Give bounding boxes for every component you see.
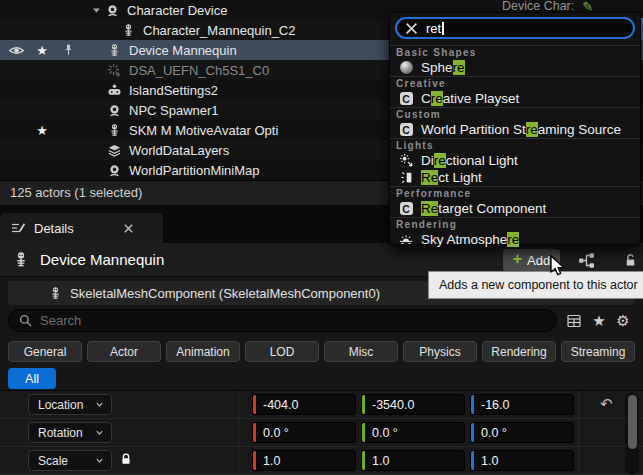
rotation-dropdown-button[interactable]: Rotation <box>28 422 112 443</box>
location-dropdown-button[interactable]: Location <box>28 394 112 415</box>
field-value: -3540.0 <box>372 398 414 412</box>
star-icon[interactable]: ★ <box>36 43 48 58</box>
row-gutter <box>0 80 80 100</box>
field-value: 0.0 ° <box>263 426 289 440</box>
eye-icon[interactable] <box>8 42 25 59</box>
device-icon <box>106 102 123 119</box>
details-search-bar[interactable] <box>8 309 557 332</box>
category-filter-row: GeneralActorAnimationLODMiscPhysicsRende… <box>8 341 635 362</box>
scale-dropdown-button[interactable]: Scale <box>28 450 112 471</box>
transform-label: Rotation <box>38 426 83 440</box>
chevron-down-icon[interactable] <box>88 2 104 18</box>
menu-item-sky-atmosphere[interactable]: Sky Atmosphere <box>390 231 640 248</box>
skeleton-icon <box>47 285 64 302</box>
row-gutter <box>0 140 80 160</box>
search-input[interactable] <box>40 313 520 328</box>
menu-item-creative-playset[interactable]: CCreative Playset <box>390 90 640 107</box>
component-search-value: ret <box>426 21 441 36</box>
gamepad-icon <box>106 82 123 99</box>
category-chip-streaming[interactable]: Streaming <box>561 341 635 362</box>
menu-item-label: Directional Light <box>421 153 518 168</box>
menu-item-retarget-component[interactable]: CRetarget Component <box>390 200 640 217</box>
sparkle-icon <box>106 62 123 79</box>
menu-item-world-partition-streaming-source[interactable]: CWorld Partition Streaming Source <box>390 121 640 138</box>
favorites-star-icon[interactable]: ★ <box>589 309 609 332</box>
dirlight-icon <box>398 153 414 168</box>
menu-item-sphere[interactable]: Sphere <box>390 59 640 76</box>
rotation-z-field[interactable]: 0.0 ° <box>470 422 574 443</box>
menu-section-header: Basic Shapes <box>390 45 640 59</box>
rectlight-icon <box>398 170 414 185</box>
scale-lock-icon[interactable] <box>119 452 135 468</box>
skeleton-icon <box>12 251 30 269</box>
scale-z-field[interactable]: 1.0 <box>470 450 574 471</box>
chevron-down-icon <box>95 456 104 465</box>
settings-gear-icon[interactable]: ⚙ <box>613 309 633 332</box>
category-chip-general[interactable]: General <box>8 341 82 362</box>
menu-item-directional-light[interactable]: Directional Light <box>390 152 640 169</box>
cbox-icon: C <box>398 91 414 106</box>
component-search-box[interactable]: ret <box>395 17 635 39</box>
location-z-field[interactable]: -16.0 <box>470 394 574 415</box>
actor-name: Device Mannequin <box>40 251 164 268</box>
outliner-row-label: Device Mannequin <box>129 43 237 58</box>
outliner-row-label: NPC Spawner1 <box>129 103 219 118</box>
pin-icon[interactable] <box>62 43 75 57</box>
mouse-cursor-icon <box>548 255 568 277</box>
x-axis-bar <box>253 451 256 470</box>
location-y-field[interactable]: -3540.0 <box>361 394 465 415</box>
category-chip-lod[interactable]: LOD <box>245 341 319 362</box>
details-tab-label: Details <box>34 221 74 236</box>
menu-item-rect-light[interactable]: Rect Light <box>390 169 640 186</box>
menu-section-header: Custom <box>390 107 640 121</box>
scrollbar-thumb[interactable] <box>628 395 637 449</box>
menu-item-label: World Partition Streaming Source <box>421 122 621 137</box>
clear-search-icon[interactable] <box>405 22 418 35</box>
blueprint-graph-button[interactable] <box>571 249 601 271</box>
transform-label: Scale <box>38 454 68 468</box>
z-axis-bar <box>471 423 474 442</box>
transform-row-location: Location-404.0-3540.0-16.0↶ <box>0 391 643 419</box>
outliner-row-label: Character_Mannequin_C2 <box>143 23 295 38</box>
star-icon[interactable]: ★ <box>36 123 48 138</box>
tab-details[interactable]: Details <box>0 213 163 243</box>
chevron-down-icon <box>95 400 104 409</box>
outliner-row-label: WorldPartitionMiniMap <box>129 163 260 178</box>
text-caret <box>442 22 444 35</box>
display-filter-icon[interactable] <box>564 309 584 332</box>
x-axis-bar <box>253 423 256 442</box>
menu-section-header: Rendering <box>390 217 640 231</box>
scrollbar[interactable] <box>625 393 639 475</box>
category-chip-rendering[interactable]: Rendering <box>482 341 556 362</box>
chevron-down-icon <box>95 428 104 437</box>
scale-y-field[interactable]: 1.0 <box>361 450 465 471</box>
category-all-button[interactable]: All <box>8 368 56 389</box>
close-icon[interactable] <box>121 221 135 235</box>
menu-section-header: Lights <box>390 138 640 152</box>
sphere-icon <box>398 60 414 75</box>
y-axis-bar <box>362 423 365 442</box>
category-chip-animation[interactable]: Animation <box>166 341 240 362</box>
field-value: 0.0 ° <box>372 426 398 440</box>
menu-section-header: Performance <box>390 186 640 200</box>
reset-to-default-icon[interactable]: ↶ <box>600 395 613 413</box>
transform-row-scale: Scale1.01.01.0 <box>0 447 643 475</box>
rotation-x-field[interactable]: 0.0 ° <box>252 422 356 443</box>
row-gutter <box>0 60 80 80</box>
location-x-field[interactable]: -404.0 <box>252 394 356 415</box>
field-value: -16.0 <box>481 398 510 412</box>
category-chip-actor[interactable]: Actor <box>87 341 161 362</box>
skeleton-icon <box>120 22 137 39</box>
search-icon <box>18 313 33 328</box>
category-chip-physics[interactable]: Physics <box>403 341 477 362</box>
scale-x-field[interactable]: 1.0 <box>252 450 356 471</box>
outliner-row-label: SKM M MotiveAvatar Opti <box>129 123 278 138</box>
add-button-label: Add <box>527 253 550 268</box>
row-gutter <box>0 100 80 120</box>
category-chip-misc[interactable]: Misc <box>324 341 398 362</box>
lock-open-icon[interactable] <box>619 249 641 271</box>
cbox-icon: C <box>398 201 414 216</box>
field-value: 1.0 <box>372 454 389 468</box>
rotation-y-field[interactable]: 0.0 ° <box>361 422 465 443</box>
outliner-row-label: DSA_UEFN_Ch5S1_C0 <box>129 63 269 78</box>
